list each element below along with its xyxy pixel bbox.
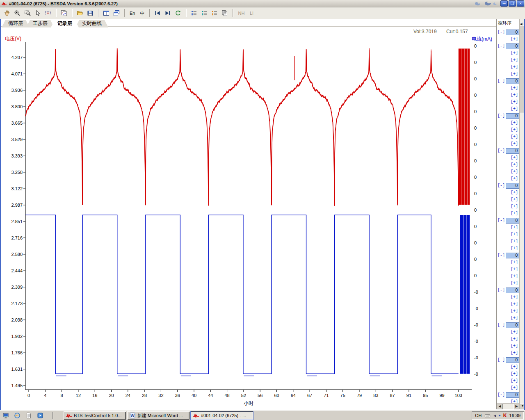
tab-4[interactable]: 实时曲线 — [75, 20, 108, 27]
expand-icon[interactable]: [+] — [511, 365, 518, 369]
cycle-child-row[interactable]: [+] — [497, 315, 519, 322]
cycle-child-row[interactable]: [+] — [497, 266, 519, 273]
cycle-child-row[interactable]: [+] — [497, 280, 519, 287]
data-select-tool[interactable] — [43, 8, 53, 18]
internet-explorer-button[interactable] — [13, 412, 21, 419]
expand-icon[interactable]: [+] — [511, 65, 518, 69]
cycle-child-row[interactable]: [+] — [497, 133, 519, 140]
cycle-child-row[interactable]: [+] — [497, 210, 519, 217]
expand-icon[interactable]: [+] — [511, 399, 518, 403]
tray-k-icon[interactable]: K — [503, 413, 507, 418]
expand-icon[interactable]: [+] — [511, 86, 518, 90]
refresh-button[interactable] — [173, 8, 183, 18]
cycle-child-row[interactable]: [+] — [497, 189, 519, 196]
collapse-icon[interactable]: [-] — [498, 148, 505, 153]
first-record-button[interactable] — [153, 8, 162, 18]
cycle-child-row[interactable]: [+] — [497, 370, 519, 377]
cycle-child-row[interactable]: [+] — [497, 50, 519, 57]
cycle-child-row[interactable]: [+] — [497, 231, 519, 238]
cycle-node-row[interactable]: [-]0 — [497, 78, 519, 84]
cycle-child-row[interactable]: [+] — [497, 203, 519, 210]
expand-icon[interactable]: [+] — [511, 316, 518, 320]
expand-icon[interactable]: [+] — [511, 93, 518, 97]
expand-icon[interactable]: [+] — [511, 58, 518, 62]
cycle-child-row[interactable]: [+] — [497, 259, 519, 266]
cycle-child-row[interactable]: [+] — [497, 36, 519, 43]
title-bar[interactable]: #001-04-02 (6725) - BTSDA Version 6.3.6(… — [0, 0, 525, 7]
save-file-button[interactable] — [85, 8, 95, 18]
cycle-node-row[interactable]: [-]0 — [497, 29, 519, 36]
tray-status-icon[interactable]: ● — [498, 413, 500, 418]
cycle-node-row[interactable]: [-]0 — [497, 43, 519, 50]
collapse-icon[interactable]: [-] — [498, 44, 505, 48]
chart-canvas[interactable]: Vol:3.7019Cur:0.157电压(V)电流(mA)4.2074.071… — [0, 27, 496, 409]
lang-en-button[interactable]: En — [128, 8, 137, 18]
expand-icon[interactable]: [+] — [511, 386, 518, 390]
collapse-icon[interactable]: [-] — [498, 114, 505, 118]
expand-icon[interactable]: [+] — [511, 135, 518, 139]
cycle-node-row[interactable]: [-]0 — [497, 217, 519, 224]
cycle-child-row[interactable]: [+] — [497, 308, 519, 315]
cycle-node-row[interactable]: [-]0 — [497, 287, 519, 294]
expand-icon[interactable]: [+] — [511, 274, 518, 278]
cycle-node-row[interactable]: [-]0 — [497, 112, 519, 119]
expand-icon[interactable]: [+] — [511, 225, 518, 230]
cycle-child-row[interactable]: [+] — [497, 349, 519, 356]
expand-icon[interactable]: [+] — [511, 155, 518, 160]
expand-icon[interactable]: [+] — [511, 107, 518, 111]
cycle-child-row[interactable]: [+] — [497, 91, 519, 98]
language-indicator[interactable]: CH — [475, 413, 482, 418]
minimize-button[interactable]: ─ — [500, 0, 508, 7]
cycle-child-row[interactable]: [+] — [497, 71, 519, 78]
collapse-icon[interactable]: [-] — [498, 30, 505, 34]
cycle-child-row[interactable]: [+] — [497, 98, 519, 105]
expand-icon[interactable]: [+] — [511, 162, 518, 167]
task-button-3[interactable]: #001-04-02 (6725) - ... — [191, 411, 253, 420]
cycle-child-row[interactable]: [+] — [497, 224, 519, 231]
battery-type-li[interactable]: Li — [247, 8, 256, 18]
expand-icon[interactable]: [+] — [511, 232, 518, 237]
cycle-child-row[interactable]: [+] — [497, 84, 519, 91]
expand-icon[interactable]: [+] — [511, 37, 518, 41]
cycle-child-row[interactable]: [+] — [497, 238, 519, 245]
list-view-3-button[interactable] — [210, 8, 219, 18]
collapse-icon[interactable]: [-] — [498, 393, 505, 397]
task-button-1[interactable]: BTS TestControl 5.1.0... — [64, 411, 126, 420]
cycle-child-row[interactable]: [+] — [497, 161, 519, 168]
tile-windows-button[interactable] — [101, 8, 111, 18]
expand-icon[interactable]: [+] — [511, 281, 518, 285]
expand-icon[interactable]: [+] — [511, 190, 518, 195]
cycle-child-row[interactable]: [+] — [497, 245, 519, 252]
cycle-child-row[interactable]: [+] — [497, 175, 519, 182]
collapse-icon[interactable]: [-] — [498, 288, 505, 292]
pan-tool[interactable] — [2, 8, 12, 18]
scroll-right-icon[interactable]: ▶ — [514, 404, 519, 409]
cycle-child-row[interactable]: [+] — [497, 154, 519, 161]
expand-icon[interactable]: [+] — [511, 197, 518, 202]
expand-icon[interactable]: [+] — [511, 51, 518, 55]
expand-icon[interactable]: [+] — [511, 302, 518, 306]
tray-arrow-icon[interactable]: ◀ — [493, 414, 496, 418]
expand-icon[interactable]: [+] — [511, 295, 518, 299]
cycle-child-row[interactable]: [+] — [497, 119, 519, 126]
cycle-node-row[interactable]: [-]0 — [497, 356, 519, 363]
expand-icon[interactable]: [+] — [511, 211, 518, 216]
tab-1[interactable]: 循环层 — [2, 20, 30, 27]
cycle-child-row[interactable]: [+] — [497, 301, 519, 308]
cycle-child-row[interactable]: [+] — [497, 363, 519, 370]
expand-icon[interactable]: [+] — [511, 337, 518, 341]
cycle-child-row[interactable]: [+] — [497, 342, 519, 349]
expand-icon[interactable]: [+] — [511, 372, 518, 376]
cycle-child-row[interactable]: [+] — [497, 57, 519, 64]
open-file-button[interactable] — [75, 8, 85, 18]
panel-horizontal-scrollbar[interactable]: ◀ ▶ — [497, 403, 519, 409]
expand-icon[interactable]: [+] — [511, 128, 518, 132]
cycle-node-row[interactable]: [-]0 — [497, 391, 519, 398]
expand-icon[interactable]: [+] — [511, 121, 518, 125]
expand-icon[interactable]: [+] — [511, 344, 518, 348]
cycle-child-row[interactable]: [+] — [497, 377, 519, 384]
cycle-child-row[interactable]: [+] — [497, 329, 519, 336]
expand-icon[interactable]: [+] — [511, 309, 518, 313]
quick-launch-media-button[interactable] — [36, 412, 44, 419]
cycle-child-row[interactable]: [+] — [497, 273, 519, 280]
